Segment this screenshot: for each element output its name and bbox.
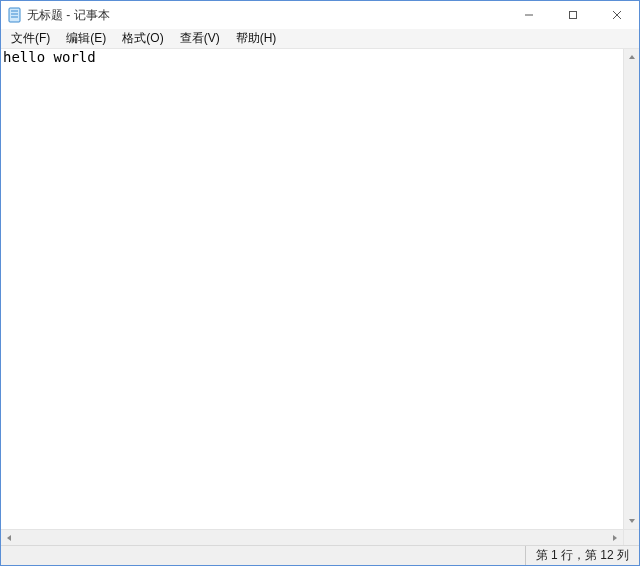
scroll-corner: [623, 529, 639, 545]
svg-rect-5: [570, 12, 577, 19]
menu-help[interactable]: 帮助(H): [228, 29, 285, 48]
scroll-right-icon[interactable]: [607, 530, 623, 546]
maximize-button[interactable]: [551, 1, 595, 29]
menu-edit[interactable]: 编辑(E): [58, 29, 114, 48]
notepad-window: 无标题 - 记事本 文件(F) 编辑(E) 格式(O) 查看(V) 帮助(H) …: [0, 0, 640, 566]
svg-marker-9: [629, 519, 635, 523]
scroll-up-icon[interactable]: [624, 49, 639, 65]
svg-marker-10: [7, 535, 11, 541]
svg-marker-8: [629, 55, 635, 59]
svg-marker-11: [613, 535, 617, 541]
notepad-icon: [7, 7, 23, 23]
scroll-left-icon[interactable]: [1, 530, 17, 546]
menu-view[interactable]: 查看(V): [172, 29, 228, 48]
text-editor[interactable]: hello world: [1, 49, 623, 529]
menu-format[interactable]: 格式(O): [114, 29, 171, 48]
menubar: 文件(F) 编辑(E) 格式(O) 查看(V) 帮助(H): [1, 29, 639, 49]
vertical-scrollbar[interactable]: [623, 49, 639, 529]
editor-area: hello world: [1, 49, 639, 545]
svg-rect-0: [9, 8, 20, 22]
scroll-down-icon[interactable]: [624, 513, 639, 529]
menu-file[interactable]: 文件(F): [3, 29, 58, 48]
window-controls: [507, 1, 639, 29]
statusbar: 第 1 行，第 12 列: [1, 545, 639, 565]
close-button[interactable]: [595, 1, 639, 29]
cursor-position: 第 1 行，第 12 列: [525, 546, 639, 565]
titlebar[interactable]: 无标题 - 记事本: [1, 1, 639, 29]
window-title: 无标题 - 记事本: [27, 7, 110, 24]
horizontal-scrollbar[interactable]: [1, 529, 623, 545]
minimize-button[interactable]: [507, 1, 551, 29]
